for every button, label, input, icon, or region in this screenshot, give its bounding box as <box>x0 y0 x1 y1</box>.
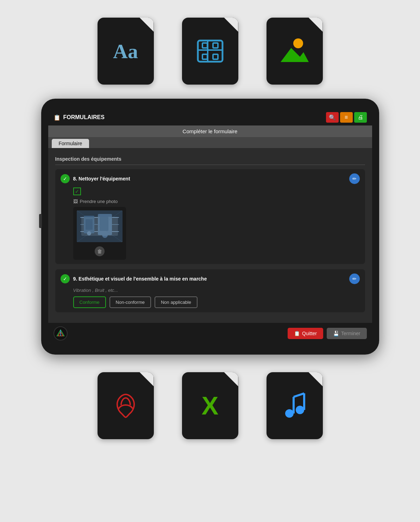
finish-icon: 💾 <box>333 331 339 336</box>
svg-rect-4 <box>213 54 218 59</box>
bottom-file-icons-row: X <box>98 372 323 439</box>
image-icon <box>281 40 309 62</box>
tablet-device: 📋 FORMULAIRES 🔍 ≡ 🖨 Compléter le formula… <box>41 99 379 355</box>
action-buttons-9: Conforme Non-conforme Non applicable <box>73 296 360 308</box>
question-9-title: 9. Esthétique et visuel de l'ensemble à … <box>73 276 207 282</box>
bottom-toolbar: 📋 Quitter 💾 Terminer <box>48 323 372 344</box>
svg-rect-0 <box>198 41 222 62</box>
svg-rect-14 <box>86 219 93 230</box>
svg-rect-2 <box>213 43 218 48</box>
question-item-9: ✓ 9. Esthétique et visuel de l'ensemble … <box>55 269 365 312</box>
edit-button-8[interactable]: ✏ <box>349 173 360 184</box>
excel-icon: X <box>201 391 218 420</box>
question-8-title: 8. Nettoyer l'équipement <box>73 176 130 182</box>
svg-rect-15 <box>100 217 108 231</box>
conforme-button[interactable]: Conforme <box>73 296 106 308</box>
svg-point-17 <box>102 232 108 238</box>
checkbox-8[interactable]: ✓ <box>73 188 81 195</box>
photo-icon: 🖼 <box>73 199 78 204</box>
svg-marker-7 <box>281 48 309 62</box>
delete-photo-button[interactable]: 🗑 <box>95 246 105 256</box>
app-title-text: FORMULAIRES <box>63 114 105 121</box>
search-button[interactable]: 🔍 <box>326 112 339 123</box>
app-header: 📋 FORMULAIRES 🔍 ≡ 🖨 <box>48 109 372 125</box>
sub-header: Compléter le formulaire <box>48 125 372 137</box>
question-8-header: ✓ 8. Nettoyer l'équipement ✏ <box>61 173 360 184</box>
print-button[interactable]: 🖨 <box>354 112 367 123</box>
forms-icon: 📋 <box>54 114 61 121</box>
non-applicable-button[interactable]: Non applicable <box>155 296 198 308</box>
check-circle-8: ✓ <box>61 174 70 183</box>
image-file-icon <box>267 18 323 85</box>
pdf-icon <box>113 393 138 419</box>
font-icon: Aa <box>113 39 138 63</box>
top-file-icons-row: Aa <box>98 18 323 85</box>
quit-button[interactable]: 📋 Quitter <box>288 328 323 339</box>
photo-section-8: 🖼 Prendre une photo <box>73 199 360 260</box>
tab-formulaire[interactable]: Formulaire <box>52 139 89 148</box>
edit-button-9[interactable]: ✏ <box>349 274 360 284</box>
svg-line-27 <box>294 393 304 397</box>
header-buttons: 🔍 ≡ 🖨 <box>326 112 367 123</box>
section-title: Inspection des équipements <box>55 153 365 165</box>
video-icon <box>196 39 224 63</box>
menu-button[interactable]: ≡ <box>340 112 353 123</box>
question-9-header: ✓ 9. Esthétique et visuel de l'ensemble … <box>61 274 360 284</box>
question-item-8: ✓ 8. Nettoyer l'équipement ✏ ✓ 🖼 Prendre <box>55 169 365 264</box>
trash-icon: 🗑 <box>97 248 102 254</box>
music-icon <box>282 392 307 420</box>
menu-icon: ≡ <box>345 114 348 121</box>
photo-label-8: 🖼 Prendre une photo <box>73 199 360 204</box>
video-file-icon <box>182 18 238 85</box>
svg-rect-12 <box>84 216 94 233</box>
svg-point-24 <box>296 406 304 414</box>
svg-point-16 <box>87 231 91 235</box>
check-circle-9: ✓ <box>61 274 70 283</box>
question-9-subtitle: Vibration , Bruit , etc... <box>73 288 360 293</box>
subtitle-text: Compléter le formulaire <box>183 128 238 134</box>
tablet-screen: 📋 FORMULAIRES 🔍 ≡ 🖨 Compléter le formula… <box>48 109 372 344</box>
excel-file-icon: X <box>182 372 238 439</box>
question-8-left: ✓ 8. Nettoyer l'équipement <box>61 174 130 183</box>
svg-rect-3 <box>202 54 207 59</box>
svg-point-23 <box>285 409 294 418</box>
print-icon: 🖨 <box>358 114 363 121</box>
quit-icon: 📋 <box>294 331 300 336</box>
app-title-area: 📋 FORMULAIRES <box>54 114 105 121</box>
non-conforme-button[interactable]: Non-conforme <box>109 296 151 308</box>
checkbox-area-8: ✓ <box>73 188 360 195</box>
photo-thumbnail-8 <box>77 210 123 242</box>
bottom-buttons: 📋 Quitter 💾 Terminer <box>288 328 366 339</box>
logo-icon <box>54 326 68 340</box>
tab-bar: Formulaire <box>48 137 372 148</box>
search-icon: 🔍 <box>329 114 336 121</box>
font-file-icon: Aa <box>98 18 154 85</box>
music-file-icon <box>267 372 323 439</box>
question-9-left: ✓ 9. Esthétique et visuel de l'ensemble … <box>61 274 207 283</box>
finish-button[interactable]: 💾 Terminer <box>327 328 366 339</box>
pdf-file-icon <box>98 372 154 439</box>
svg-rect-13 <box>98 214 112 235</box>
svg-rect-1 <box>202 43 207 48</box>
tablet-side-button <box>39 214 42 228</box>
photo-container-8: 🗑 <box>73 207 126 260</box>
content-area: Inspection des équipements ✓ 8. Nettoyer… <box>48 148 372 323</box>
